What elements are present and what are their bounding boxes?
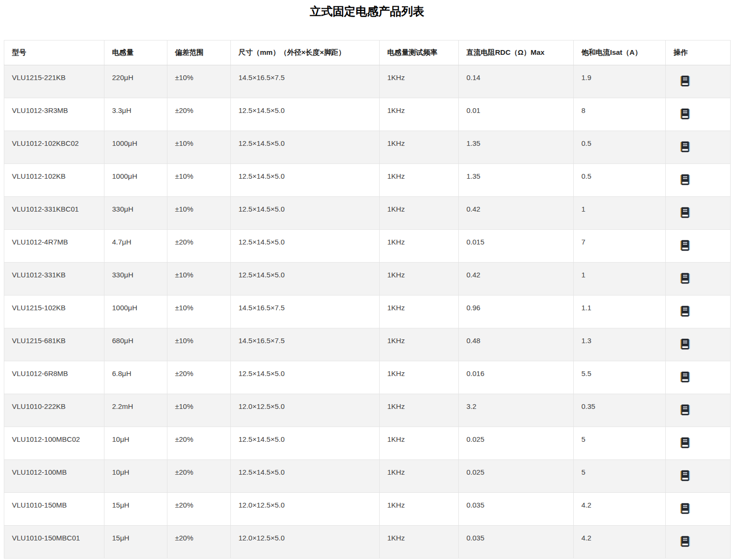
cell-action [666, 427, 731, 460]
view-datasheet-button[interactable] [680, 536, 690, 547]
table-header-row: 型号 电感量 偏差范围 尺寸（mm）（外径×长度×脚距） 电感量测试频率 直流电… [4, 41, 731, 65]
table-row: VLU1012-6R8MB 6.8μH ±20% 12.5×14.5×5.0 1… [4, 361, 731, 394]
view-datasheet-button[interactable] [680, 75, 690, 87]
view-datasheet-button[interactable] [680, 108, 690, 120]
cell-tolerance: ±20% [167, 230, 231, 263]
table-row: VLU1012-331KB 330μH ±10% 12.5×14.5×5.0 1… [4, 263, 731, 295]
cell-isat: 4.2 [574, 526, 666, 559]
table-row: VLU1012-100MBC02 10μH ±20% 12.5×14.5×5.0… [4, 427, 731, 460]
cell-size: 12.5×14.5×5.0 [231, 263, 380, 295]
book-icon [680, 207, 690, 218]
cell-rdc: 0.035 [459, 493, 574, 526]
table-row: VLU1010-150MBC01 15μH ±20% 12.0×12.5×5.0… [4, 526, 731, 559]
cell-isat: 1.3 [574, 328, 666, 361]
view-datasheet-button[interactable] [680, 338, 690, 350]
view-datasheet-button[interactable] [680, 174, 690, 185]
book-icon [680, 470, 690, 481]
cell-test-frequency: 1KHz [380, 230, 459, 263]
cell-inductance: 10μH [104, 460, 167, 493]
cell-inductance: 6.8μH [104, 361, 167, 394]
view-datasheet-button[interactable] [680, 470, 690, 481]
cell-isat: 0.5 [574, 164, 666, 197]
cell-size: 12.0×12.5×5.0 [231, 526, 380, 559]
column-header-size: 尺寸（mm）（外径×长度×脚距） [231, 41, 380, 65]
cell-tolerance: ±20% [167, 361, 231, 394]
cell-action [666, 263, 731, 295]
product-table-container: 型号 电感量 偏差范围 尺寸（mm）（外径×长度×脚距） 电感量测试频率 直流电… [4, 40, 730, 559]
cell-model: VLU1215-681KB [4, 328, 104, 361]
cell-rdc: 3.2 [459, 394, 574, 427]
cell-action [666, 65, 731, 98]
cell-rdc: 1.35 [459, 131, 574, 164]
cell-inductance: 220μH [104, 65, 167, 98]
cell-inductance: 10μH [104, 427, 167, 460]
cell-model: VLU1215-221KB [4, 65, 104, 98]
cell-model: VLU1010-150MBC01 [4, 526, 104, 559]
cell-tolerance: ±10% [167, 295, 231, 328]
cell-size: 14.5×16.5×7.5 [231, 65, 380, 98]
book-icon [680, 108, 690, 120]
column-header-action: 操作 [666, 41, 731, 65]
cell-isat: 1 [574, 263, 666, 295]
table-row: VLU1012-102KBC02 1000μH ±10% 12.5×14.5×5… [4, 131, 731, 164]
table-body: VLU1215-221KB 220μH ±10% 14.5×16.5×7.5 1… [4, 65, 731, 559]
column-header-inductance: 电感量 [104, 41, 167, 65]
cell-inductance: 2.2mH [104, 394, 167, 427]
column-header-model: 型号 [4, 41, 104, 65]
cell-isat: 5.5 [574, 361, 666, 394]
cell-model: VLU1012-4R7MB [4, 230, 104, 263]
cell-rdc: 1.35 [459, 164, 574, 197]
cell-size: 12.5×14.5×5.0 [231, 164, 380, 197]
cell-model: VLU1010-150MB [4, 493, 104, 526]
view-datasheet-button[interactable] [680, 404, 690, 416]
cell-test-frequency: 1KHz [380, 526, 459, 559]
cell-model: VLU1012-100MBC02 [4, 427, 104, 460]
cell-size: 12.5×14.5×5.0 [231, 460, 380, 493]
cell-action [666, 394, 731, 427]
table-row: VLU1012-4R7MB 4.7μH ±20% 12.5×14.5×5.0 1… [4, 230, 731, 263]
cell-model: VLU1012-3R3MB [4, 98, 104, 131]
view-datasheet-button[interactable] [680, 141, 690, 153]
cell-action [666, 493, 731, 526]
cell-action [666, 197, 731, 230]
cell-size: 12.5×14.5×5.0 [231, 427, 380, 460]
cell-rdc: 0.015 [459, 230, 574, 263]
cell-isat: 1 [574, 197, 666, 230]
cell-test-frequency: 1KHz [380, 493, 459, 526]
cell-test-frequency: 1KHz [380, 328, 459, 361]
book-icon [680, 371, 690, 383]
cell-isat: 8 [574, 98, 666, 131]
cell-test-frequency: 1KHz [380, 427, 459, 460]
cell-rdc: 0.01 [459, 98, 574, 131]
book-icon [680, 273, 690, 284]
view-datasheet-button[interactable] [680, 240, 690, 251]
table-row: VLU1215-681KB 680μH ±10% 14.5×16.5×7.5 1… [4, 328, 731, 361]
cell-tolerance: ±10% [167, 263, 231, 295]
view-datasheet-button[interactable] [680, 371, 690, 383]
cell-test-frequency: 1KHz [380, 263, 459, 295]
cell-model: VLU1010-222KB [4, 394, 104, 427]
column-header-rdc: 直流电阻RDC（Ω）Max [459, 41, 574, 65]
table-row: VLU1012-102KB 1000μH ±10% 12.5×14.5×5.0 … [4, 164, 731, 197]
view-datasheet-button[interactable] [680, 207, 690, 218]
cell-tolerance: ±20% [167, 427, 231, 460]
view-datasheet-button[interactable] [680, 503, 690, 514]
column-header-tolerance: 偏差范围 [167, 41, 231, 65]
cell-tolerance: ±20% [167, 493, 231, 526]
table-row: VLU1010-150MB 15μH ±20% 12.0×12.5×5.0 1K… [4, 493, 731, 526]
view-datasheet-button[interactable] [680, 273, 690, 284]
view-datasheet-button[interactable] [680, 305, 690, 317]
cell-rdc: 0.025 [459, 460, 574, 493]
book-icon [680, 75, 690, 87]
table-row: VLU1012-100MB 10μH ±20% 12.5×14.5×5.0 1K… [4, 460, 731, 493]
cell-inductance: 680μH [104, 328, 167, 361]
cell-action [666, 361, 731, 394]
cell-inductance: 3.3μH [104, 98, 167, 131]
cell-test-frequency: 1KHz [380, 164, 459, 197]
cell-size: 12.0×12.5×5.0 [231, 493, 380, 526]
cell-model: VLU1012-102KBC02 [4, 131, 104, 164]
view-datasheet-button[interactable] [680, 437, 690, 448]
cell-tolerance: ±10% [167, 197, 231, 230]
cell-inductance: 1000μH [104, 164, 167, 197]
cell-tolerance: ±20% [167, 98, 231, 131]
